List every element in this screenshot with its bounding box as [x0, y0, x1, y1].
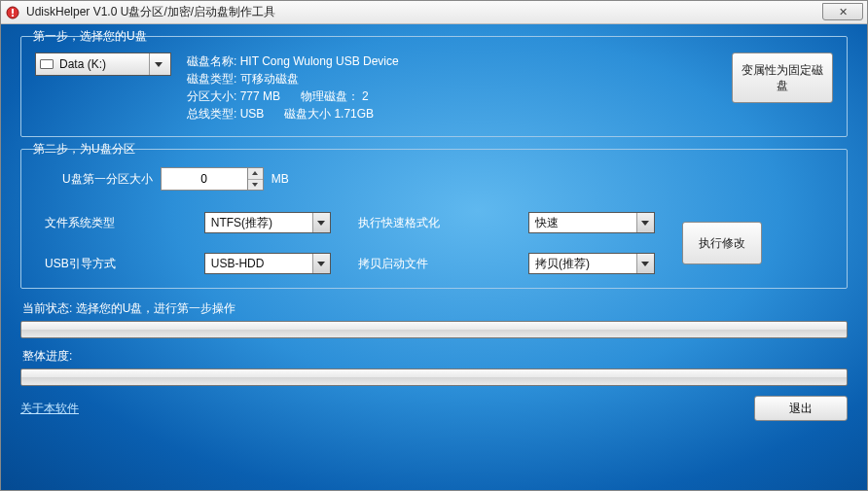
phys-disk-value: 2 [362, 89, 369, 103]
chevron-down-icon [149, 53, 166, 75]
unit-label: MB [271, 172, 289, 186]
drive-select[interactable]: Data (K:) [35, 53, 171, 76]
close-button[interactable]: ✕ [822, 3, 863, 20]
overall-progress-label: 整体进度: [22, 349, 72, 363]
total-size-value: 1.71GB [334, 107, 374, 121]
usb-boot-select[interactable]: USB-HDD [204, 253, 331, 274]
overall-progress-bar [20, 368, 848, 386]
copy-boot-label: 拷贝启动文件 [358, 256, 511, 272]
footer: 关于本软件 退出 [20, 396, 848, 421]
about-link[interactable]: 关于本软件 [20, 401, 79, 417]
disk-name-value: HIT Cong Wulong USB Device [240, 54, 399, 68]
bus-type-value: USB [240, 107, 265, 121]
app-icon [5, 5, 20, 20]
svg-rect-1 [12, 9, 14, 14]
part-size-label: 分区大小: [187, 88, 236, 105]
disk-name-label: 磁盘名称: [187, 53, 236, 70]
step1-group: 第一步，选择您的U盘 Data (K:) 磁盘名称: HIT Cong Wulo… [20, 36, 848, 137]
fs-type-label: 文件系统类型 [45, 215, 187, 231]
phys-disk-label: 物理磁盘： [301, 88, 359, 105]
disk-type-label: 磁盘类型: [187, 70, 236, 88]
first-partition-input[interactable] [161, 167, 248, 191]
exit-button[interactable]: 退出 [754, 396, 848, 421]
convert-fixed-button-label: 变属性为固定磁盘 [737, 62, 828, 93]
spinner-down[interactable] [248, 180, 263, 191]
drive-select-value: Data (K:) [59, 57, 149, 71]
chevron-down-icon [636, 254, 654, 273]
first-partition-label: U盘第一分区大小 [62, 171, 153, 188]
window-title: UdiskHelper V1.0 U盘分区/加密/启动盘制作工具 [26, 4, 275, 20]
status-area: 当前状态: 选择您的U盘，进行第一步操作 整体进度: [20, 300, 848, 386]
disk-info: 磁盘名称: HIT Cong Wulong USB Device 磁盘类型: 可… [187, 53, 716, 123]
chevron-down-icon [312, 213, 330, 232]
copy-boot-select[interactable]: 拷贝(推荐) [528, 253, 655, 274]
fs-type-select[interactable]: NTFS(推荐) [204, 212, 331, 233]
exit-button-label: 退出 [789, 401, 813, 417]
step2-group: 第二步，为U盘分区 U盘第一分区大小 MB 文件系统类型 NTFS(推荐) [20, 149, 848, 289]
client-area: 第一步，选择您的U盘 Data (K:) 磁盘名称: HIT Cong Wulo… [1, 24, 867, 490]
disk-icon [40, 59, 54, 69]
usb-boot-value: USB-HDD [211, 257, 312, 270]
quick-format-value: 快速 [535, 215, 636, 231]
current-progress-bar [20, 321, 848, 338]
apply-button[interactable]: 执行修改 [682, 222, 762, 264]
titlebar: UdiskHelper V1.0 U盘分区/加密/启动盘制作工具 ✕ [1, 1, 867, 24]
chevron-down-icon [312, 254, 330, 273]
part-size-value: 777 MB [240, 89, 280, 103]
copy-boot-value: 拷贝(推荐) [535, 256, 636, 272]
step1-legend: 第一步，选择您的U盘 [29, 28, 151, 45]
step2-legend: 第二步，为U盘分区 [29, 141, 139, 158]
apply-button-label: 执行修改 [699, 235, 745, 251]
current-status-label: 当前状态: [22, 301, 72, 315]
chevron-down-icon [636, 213, 654, 232]
quick-format-label: 执行快速格式化 [358, 215, 511, 231]
disk-type-value: 可移动磁盘 [240, 72, 299, 86]
fs-type-value: NTFS(推荐) [211, 215, 312, 231]
usb-boot-label: USB引导方式 [45, 256, 187, 272]
total-size-label: 磁盘大小 [284, 105, 331, 123]
current-status-text: 选择您的U盘，进行第一步操作 [76, 301, 236, 315]
convert-fixed-button[interactable]: 变属性为固定磁盘 [732, 53, 833, 103]
spinner-up[interactable] [248, 168, 263, 180]
app-window: UdiskHelper V1.0 U盘分区/加密/启动盘制作工具 ✕ 第一步，选… [0, 0, 868, 491]
quick-format-select[interactable]: 快速 [528, 212, 655, 233]
first-partition-spinner[interactable] [161, 167, 264, 191]
svg-rect-2 [12, 15, 14, 17]
bus-type-label: 总线类型: [187, 105, 236, 123]
